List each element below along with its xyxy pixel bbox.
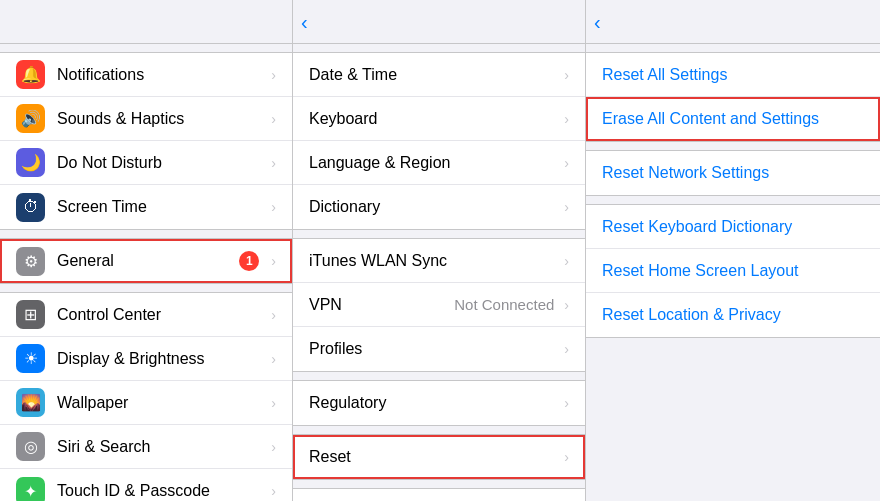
left-content: 🔔Notifications›🔊Sounds & Haptics›🌙Do Not… xyxy=(0,44,292,501)
chevron-icon: › xyxy=(271,111,276,127)
chevron-icon: › xyxy=(271,439,276,455)
mid-item-label-keyboard: Keyboard xyxy=(309,110,560,128)
dnd-icon: 🌙 xyxy=(16,148,45,177)
chevron-icon: › xyxy=(271,67,276,83)
mid-back-chevron: ‹ xyxy=(301,11,308,34)
mid-item-datetime[interactable]: Date & Time› xyxy=(293,53,585,97)
mid-item-regulatory[interactable]: Regulatory› xyxy=(293,381,585,425)
mid-item-reset[interactable]: Reset› xyxy=(293,435,585,479)
chevron-icon: › xyxy=(271,307,276,323)
chevron-icon: › xyxy=(564,395,569,411)
left-item-sounds[interactable]: 🔊Sounds & Haptics› xyxy=(0,97,292,141)
screentime-icon: ⏱ xyxy=(16,193,45,222)
right-list-group-0: Reset All SettingsErase All Content and … xyxy=(586,52,880,142)
chevron-icon: › xyxy=(271,395,276,411)
controlcenter-label: Control Center xyxy=(57,306,267,324)
right-item-label-eraseall: Erase All Content and Settings xyxy=(602,110,819,128)
sounds-icon: 🔊 xyxy=(16,104,45,133)
right-item-resetlocation[interactable]: Reset Location & Privacy xyxy=(586,293,880,337)
screentime-label: Screen Time xyxy=(57,198,267,216)
left-item-general[interactable]: ⚙General1› xyxy=(0,239,292,283)
mid-back-button[interactable]: ‹ xyxy=(301,11,310,34)
left-item-dnd[interactable]: 🌙Do Not Disturb› xyxy=(0,141,292,185)
chevron-icon: › xyxy=(271,253,276,269)
right-list-group-1: Reset Network Settings xyxy=(586,150,880,196)
sounds-label: Sounds & Haptics xyxy=(57,110,267,128)
right-back-chevron: ‹ xyxy=(594,11,601,34)
chevron-icon: › xyxy=(564,297,569,313)
chevron-icon: › xyxy=(564,67,569,83)
display-label: Display & Brightness xyxy=(57,350,267,368)
mid-header: ‹ xyxy=(293,0,585,44)
mid-list-group-4: Shut Down xyxy=(293,488,585,501)
chevron-icon: › xyxy=(564,449,569,465)
mid-item-value-vpn: Not Connected xyxy=(454,296,554,313)
wallpaper-label: Wallpaper xyxy=(57,394,267,412)
mid-item-label-language: Language & Region xyxy=(309,154,560,172)
left-item-siri[interactable]: ◎Siri & Search› xyxy=(0,425,292,469)
left-item-touchid[interactable]: ✦Touch ID & Passcode› xyxy=(0,469,292,501)
right-item-eraseall[interactable]: Erase All Content and Settings xyxy=(586,97,880,141)
right-list-group-2: Reset Keyboard DictionaryReset Home Scre… xyxy=(586,204,880,338)
mid-list-group-2: Regulatory› xyxy=(293,380,585,426)
left-item-controlcenter[interactable]: ⊞Control Center› xyxy=(0,293,292,337)
mid-column: ‹ Date & Time›Keyboard›Language & Region… xyxy=(293,0,586,501)
right-item-label-resetkeyboard: Reset Keyboard Dictionary xyxy=(602,218,792,236)
chevron-icon: › xyxy=(564,111,569,127)
siri-icon: ◎ xyxy=(16,432,45,461)
notifications-label: Notifications xyxy=(57,66,267,84)
mid-item-profiles[interactable]: Profiles› xyxy=(293,327,585,371)
chevron-icon: › xyxy=(564,341,569,357)
mid-item-language[interactable]: Language & Region› xyxy=(293,141,585,185)
left-item-display[interactable]: ☀Display & Brightness› xyxy=(0,337,292,381)
mid-list-group-1: iTunes WLAN Sync›VPNNot Connected›Profil… xyxy=(293,238,585,372)
right-item-resethome[interactable]: Reset Home Screen Layout xyxy=(586,249,880,293)
mid-item-label-datetime: Date & Time xyxy=(309,66,560,84)
right-item-label-resetlocation: Reset Location & Privacy xyxy=(602,306,781,324)
display-icon: ☀ xyxy=(16,344,45,373)
controlcenter-icon: ⊞ xyxy=(16,300,45,329)
mid-item-keyboard[interactable]: Keyboard› xyxy=(293,97,585,141)
right-item-resetkeyboard[interactable]: Reset Keyboard Dictionary xyxy=(586,205,880,249)
chevron-icon: › xyxy=(271,483,276,499)
mid-item-label-regulatory: Regulatory xyxy=(309,394,560,412)
left-header xyxy=(0,0,292,44)
general-label: General xyxy=(57,252,239,270)
chevron-icon: › xyxy=(564,253,569,269)
siri-label: Siri & Search xyxy=(57,438,267,456)
right-item-label-resetnetwork: Reset Network Settings xyxy=(602,164,769,182)
mid-item-itunes[interactable]: iTunes WLAN Sync› xyxy=(293,239,585,283)
chevron-icon: › xyxy=(564,155,569,171)
touchid-label: Touch ID & Passcode xyxy=(57,482,267,500)
chevron-icon: › xyxy=(271,155,276,171)
right-column: ‹ Reset All SettingsErase All Content an… xyxy=(586,0,880,501)
left-list-group-top: 🔔Notifications›🔊Sounds & Haptics›🌙Do Not… xyxy=(0,52,292,230)
mid-list-group-3: Reset› xyxy=(293,434,585,480)
mid-item-label-itunes: iTunes WLAN Sync xyxy=(309,252,560,270)
right-item-resetall[interactable]: Reset All Settings xyxy=(586,53,880,97)
left-item-wallpaper[interactable]: 🌄Wallpaper› xyxy=(0,381,292,425)
mid-item-label-profiles: Profiles xyxy=(309,340,560,358)
chevron-icon: › xyxy=(271,351,276,367)
left-column: 🔔Notifications›🔊Sounds & Haptics›🌙Do Not… xyxy=(0,0,293,501)
right-item-resetnetwork[interactable]: Reset Network Settings xyxy=(586,151,880,195)
right-item-label-resethome: Reset Home Screen Layout xyxy=(602,262,799,280)
mid-item-shutdown[interactable]: Shut Down xyxy=(293,489,585,501)
left-item-screentime[interactable]: ⏱Screen Time› xyxy=(0,185,292,229)
mid-item-dictionary[interactable]: Dictionary› xyxy=(293,185,585,229)
mid-item-label-dictionary: Dictionary xyxy=(309,198,560,216)
mid-item-label-vpn: VPN xyxy=(309,296,454,314)
chevron-icon: › xyxy=(271,199,276,215)
right-header: ‹ xyxy=(586,0,880,44)
notifications-icon: 🔔 xyxy=(16,60,45,89)
chevron-icon: › xyxy=(564,199,569,215)
left-item-notifications[interactable]: 🔔Notifications› xyxy=(0,53,292,97)
dnd-label: Do Not Disturb xyxy=(57,154,267,172)
mid-item-vpn[interactable]: VPNNot Connected› xyxy=(293,283,585,327)
wallpaper-icon: 🌄 xyxy=(16,388,45,417)
general-icon: ⚙ xyxy=(16,247,45,276)
right-back-button[interactable]: ‹ xyxy=(594,11,603,34)
mid-list-group-0: Date & Time›Keyboard›Language & Region›D… xyxy=(293,52,585,230)
touchid-icon: ✦ xyxy=(16,477,45,502)
left-list-group-mid: ⊞Control Center›☀Display & Brightness›🌄W… xyxy=(0,292,292,501)
